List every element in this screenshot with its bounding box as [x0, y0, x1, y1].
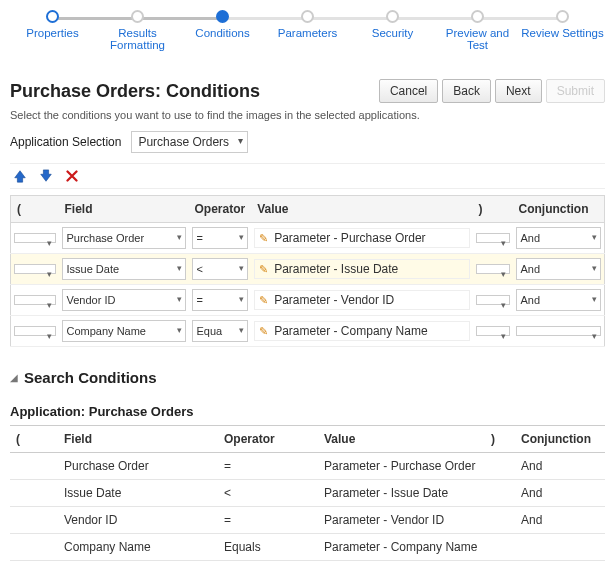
- step-label: Parameters: [278, 27, 337, 39]
- step-circle-icon: [46, 10, 59, 23]
- step-label: Conditions: [195, 27, 249, 39]
- step-circle-icon: [131, 10, 144, 23]
- step-connector: [53, 17, 138, 20]
- srow-close: [485, 453, 515, 480]
- srow-conj: And: [515, 453, 605, 480]
- conjunction-dropdown[interactable]: And: [516, 258, 602, 280]
- condition-row: Issue Date<✎Parameter - Issue DateAnd: [11, 254, 605, 285]
- srow-open: [10, 453, 58, 480]
- step-conditions[interactable]: Conditions: [180, 10, 265, 39]
- field-dropdown[interactable]: Vendor ID: [62, 289, 186, 311]
- close-paren-dropdown[interactable]: [476, 295, 510, 305]
- value-cell[interactable]: ✎Parameter - Company Name: [254, 321, 469, 341]
- value-text: Parameter - Purchase Order: [274, 231, 425, 245]
- step-circle-icon: [216, 10, 229, 23]
- app-selection-dropdown[interactable]: Purchase Orders: [131, 131, 248, 153]
- srow-field: Purchase Order: [58, 453, 218, 480]
- value-text: Parameter - Issue Date: [274, 262, 398, 276]
- scol-conj: Conjunction: [515, 426, 605, 453]
- step-label: Properties: [26, 27, 78, 39]
- srow-conj: And: [515, 480, 605, 507]
- step-connector: [308, 17, 393, 20]
- srow-op: Equals: [218, 534, 318, 561]
- operator-dropdown[interactable]: =: [192, 227, 249, 249]
- col-open: (: [11, 196, 59, 223]
- step-circle-icon: [471, 10, 484, 23]
- value-cell[interactable]: ✎Parameter - Purchase Order: [254, 228, 469, 248]
- app-selection-value: Purchase Orders: [138, 135, 229, 149]
- search-conditions-table: ( Field Operator Value ) Conjunction Pur…: [10, 425, 605, 561]
- close-paren-dropdown[interactable]: [476, 264, 510, 274]
- col-close: ): [473, 196, 513, 223]
- value-cell[interactable]: ✎Parameter - Issue Date: [254, 259, 469, 279]
- step-label: Security: [372, 27, 414, 39]
- srow-close: [485, 480, 515, 507]
- scol-field: Field: [58, 426, 218, 453]
- next-button[interactable]: Next: [495, 79, 542, 103]
- srow-close: [485, 507, 515, 534]
- open-paren-dropdown[interactable]: [14, 295, 56, 305]
- operator-dropdown[interactable]: Equa: [192, 320, 249, 342]
- step-label: Preview and Test: [435, 27, 520, 51]
- field-dropdown[interactable]: Issue Date: [62, 258, 186, 280]
- step-security[interactable]: Security: [350, 10, 435, 39]
- pencil-icon: ✎: [259, 325, 268, 338]
- col-field: Field: [59, 196, 189, 223]
- search-conditions-heading[interactable]: ◢ Search Conditions: [10, 369, 605, 386]
- close-paren-dropdown[interactable]: [476, 326, 510, 336]
- value-text: Parameter - Vendor ID: [274, 293, 394, 307]
- cancel-button[interactable]: Cancel: [379, 79, 438, 103]
- close-paren-dropdown[interactable]: [476, 233, 510, 243]
- search-row: Purchase Order=Parameter - Purchase Orde…: [10, 453, 605, 480]
- step-properties[interactable]: Properties: [10, 10, 95, 39]
- search-conditions-title: Search Conditions: [24, 369, 157, 386]
- pencil-icon: ✎: [259, 232, 268, 245]
- field-dropdown[interactable]: Company Name: [62, 320, 186, 342]
- scol-operator: Operator: [218, 426, 318, 453]
- col-conj: Conjunction: [513, 196, 605, 223]
- action-buttons: Cancel Back Next Submit: [379, 79, 605, 103]
- operator-dropdown[interactable]: <: [192, 258, 249, 280]
- conjunction-dropdown[interactable]: [516, 326, 602, 336]
- step-review-settings[interactable]: Review Settings: [520, 10, 605, 39]
- conjunction-dropdown[interactable]: And: [516, 227, 602, 249]
- step-connector: [478, 17, 563, 20]
- submit-button: Submit: [546, 79, 605, 103]
- field-dropdown[interactable]: Purchase Order: [62, 227, 186, 249]
- move-down-icon[interactable]: [38, 168, 54, 184]
- step-connector: [393, 17, 478, 20]
- value-cell[interactable]: ✎Parameter - Vendor ID: [254, 290, 469, 310]
- condition-row: Vendor ID=✎Parameter - Vendor IDAnd: [11, 285, 605, 316]
- operator-dropdown[interactable]: =: [192, 289, 249, 311]
- search-row: Vendor ID=Parameter - Vendor IDAnd: [10, 507, 605, 534]
- srow-value: Parameter - Issue Date: [318, 480, 485, 507]
- srow-field: Vendor ID: [58, 507, 218, 534]
- condition-row: Purchase Order=✎Parameter - Purchase Ord…: [11, 223, 605, 254]
- app-selection-label: Application Selection: [10, 135, 121, 149]
- page-title: Purchase Orders: Conditions: [10, 81, 260, 102]
- back-button[interactable]: Back: [442, 79, 491, 103]
- search-row: Issue Date<Parameter - Issue DateAnd: [10, 480, 605, 507]
- open-paren-dropdown[interactable]: [14, 264, 56, 274]
- open-paren-dropdown[interactable]: [14, 233, 56, 243]
- step-label: Results Formatting: [95, 27, 180, 51]
- app-selection-row: Application Selection Purchase Orders: [10, 131, 605, 153]
- step-circle-icon: [301, 10, 314, 23]
- srow-op: <: [218, 480, 318, 507]
- conjunction-dropdown[interactable]: And: [516, 289, 602, 311]
- srow-open: [10, 507, 58, 534]
- conditions-toolbar: [10, 163, 605, 189]
- page-subtext: Select the conditions you want to use to…: [10, 109, 605, 121]
- step-label: Review Settings: [521, 27, 603, 39]
- collapse-icon: ◢: [10, 372, 18, 383]
- open-paren-dropdown[interactable]: [14, 326, 56, 336]
- delete-icon[interactable]: [64, 168, 80, 184]
- srow-close: [485, 534, 515, 561]
- srow-value: Parameter - Vendor ID: [318, 507, 485, 534]
- step-connector: [138, 17, 223, 20]
- srow-value: Parameter - Purchase Order: [318, 453, 485, 480]
- srow-conj: [515, 534, 605, 561]
- step-parameters[interactable]: Parameters: [265, 10, 350, 39]
- move-up-icon[interactable]: [12, 168, 28, 184]
- pencil-icon: ✎: [259, 263, 268, 276]
